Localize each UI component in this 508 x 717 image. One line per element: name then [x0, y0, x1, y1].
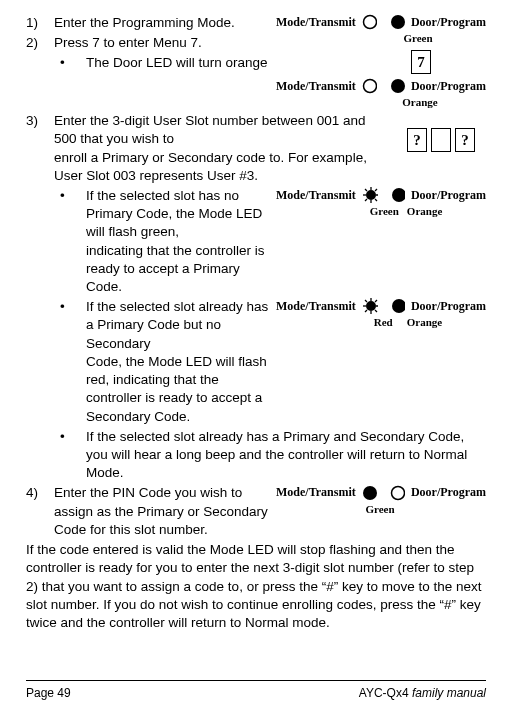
page: Mode/Transmit Door/Program Green 1) Ente… — [0, 0, 508, 717]
svg-point-24 — [363, 486, 377, 500]
door-label: Door/Program — [409, 14, 486, 30]
mode-label: Mode/Transmit — [276, 484, 358, 500]
digit-blank — [431, 128, 451, 152]
circle-filled-icon — [390, 14, 405, 30]
step3-text-a: Enter the 3-digit User Slot number betwe… — [54, 113, 365, 146]
led-diagram-step1: Mode/Transmit Door/Program Green — [276, 14, 486, 46]
step-num: 1) — [26, 14, 54, 32]
bullet-icon: • — [54, 54, 86, 72]
slot-digits: ? ? — [396, 126, 486, 154]
s3b1-text-a: If the selected slot has no Primary Code… — [86, 188, 262, 239]
color-orange: Orange — [402, 95, 437, 110]
color-orange: Orange — [407, 315, 442, 330]
led-diagram-s3b1: Mode/Transmit Door/Program Green Orange — [276, 187, 486, 219]
led-diagram-step4: Mode/Transmit Door/Program Green — [276, 484, 486, 516]
color-red: Red — [374, 315, 393, 330]
led-diagram-s3b2: Mode/Transmit Door/Program Red Orange — [276, 298, 486, 330]
svg-line-22 — [375, 300, 377, 302]
step2-bullet: • The Door LED will turn orange — [54, 54, 350, 72]
svg-point-4 — [366, 190, 376, 200]
door-label: Door/Program — [409, 187, 486, 203]
circle-empty-icon — [390, 485, 405, 501]
door-label: Door/Program — [409, 298, 486, 314]
step-4: 4) Enter the PIN Code you wish to assign… — [26, 484, 270, 539]
step-num: 2) — [26, 34, 54, 52]
page-footer: Page 49 AYC-Qx4 family manual — [26, 680, 486, 701]
svg-point-14 — [366, 301, 376, 311]
svg-line-21 — [365, 310, 367, 312]
bullet-icon: • — [54, 428, 86, 483]
color-orange: Orange — [407, 204, 442, 219]
circle-filled-icon — [390, 78, 405, 94]
model-label: AYC-Qx4 family manual — [359, 685, 486, 701]
mode-label: Mode/Transmit — [276, 78, 358, 94]
mode-label: Mode/Transmit — [276, 14, 358, 30]
step-num: 4) — [26, 484, 54, 539]
circle-filled-icon — [391, 187, 405, 203]
bullet-text: The Door LED will turn orange — [86, 54, 350, 72]
svg-line-10 — [375, 199, 377, 201]
step-num: 3) — [26, 112, 54, 185]
s3b3-text: If the selected slot already has a Prima… — [86, 428, 486, 483]
color-green: Green — [370, 204, 399, 219]
s3b2-text-a: If the selected slot already has a Prima… — [86, 299, 268, 350]
led-diagram-step2b: Mode/Transmit Door/Program Orange — [276, 78, 486, 110]
door-label: Door/Program — [409, 484, 486, 500]
step-text: Enter the Programming Mode. — [54, 14, 270, 32]
svg-point-1 — [391, 15, 405, 29]
step3-bullet3: • If the selected slot already has a Pri… — [54, 428, 486, 483]
circle-filled-icon — [362, 485, 377, 501]
digit-7: 7 — [411, 50, 431, 74]
step-1: 1) Enter the Programming Mode. — [26, 14, 270, 32]
digit-q: ? — [407, 128, 427, 152]
s3b2-text-b: Code, the Mode LED will flash red, indic… — [86, 354, 267, 424]
step-3: 3) Enter the 3-digit User Slot number be… — [26, 112, 390, 185]
page-number: Page 49 — [26, 685, 71, 701]
svg-point-25 — [392, 486, 405, 499]
circle-empty-icon — [362, 14, 377, 30]
svg-point-13 — [392, 188, 405, 202]
step3-bullet2: • If the selected slot already has a Pri… — [54, 298, 270, 426]
step4-text: Enter the PIN Code you wish to assign as… — [54, 484, 270, 539]
bullet-icon: • — [54, 187, 86, 296]
door-label: Door/Program — [409, 78, 486, 94]
svg-line-11 — [365, 199, 367, 201]
svg-point-0 — [363, 16, 376, 29]
circle-sun-icon — [362, 187, 378, 203]
svg-line-12 — [375, 189, 377, 191]
svg-line-19 — [365, 300, 367, 302]
svg-point-23 — [392, 299, 405, 313]
step-text: Press 7 to enter Menu 7. — [54, 34, 270, 52]
key-digit-step2: 7 — [356, 48, 486, 76]
svg-point-2 — [363, 80, 376, 93]
circle-empty-icon — [362, 78, 377, 94]
tail-paragraph: If the code entered is valid the Mode LE… — [26, 541, 486, 632]
svg-point-3 — [391, 79, 405, 93]
circle-sun-icon — [362, 298, 378, 314]
color-green: Green — [403, 31, 432, 46]
mode-label: Mode/Transmit — [276, 298, 358, 314]
s3b1-text-b: indicating that the controller is ready … — [86, 243, 265, 294]
step3-bullet1: • If the selected slot has no Primary Co… — [54, 187, 270, 296]
digit-q: ? — [455, 128, 475, 152]
circle-filled-icon — [391, 298, 405, 314]
svg-line-20 — [375, 310, 377, 312]
step-2: 2) Press 7 to enter Menu 7. — [26, 34, 270, 52]
svg-line-9 — [365, 189, 367, 191]
bullet-icon: • — [54, 298, 86, 426]
mode-label: Mode/Transmit — [276, 187, 358, 203]
step3-text-b: enroll a Primary or Secondary code to. F… — [54, 150, 367, 183]
color-green: Green — [365, 502, 394, 517]
